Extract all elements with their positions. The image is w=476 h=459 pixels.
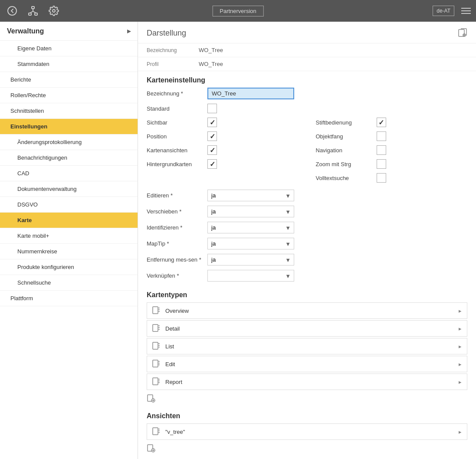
sidebar-item-produkte-konfigurieren[interactable]: Produkte konfigurieren: [0, 259, 138, 275]
svg-rect-25: [153, 360, 158, 367]
back-button[interactable]: [5, 4, 19, 18]
entfernung-select[interactable]: janein: [207, 254, 294, 266]
kartentyp-detail-icon: [152, 324, 160, 333]
sichtbar-checkbox[interactable]: [207, 118, 217, 127]
sidebar-item-berichte[interactable]: Berichte: [0, 72, 138, 88]
verschieben-row: Verschieben * janein ▼: [147, 206, 467, 217]
sidebar-title: Verwaltung: [7, 27, 44, 35]
kartentyp-edit[interactable]: Edit ▸: [147, 356, 467, 372]
darstellung-title: Darstellung: [147, 29, 186, 38]
form-grid: Bezeichnung * Standard: [138, 88, 476, 113]
sidebar-item-nummernkreise[interactable]: Nummernkreise: [0, 244, 138, 259]
kartentyp-add-button[interactable]: [147, 391, 467, 405]
network-icon[interactable]: [26, 4, 40, 18]
sidebar-item-schnellsuche[interactable]: Schnellsuche: [0, 275, 138, 291]
sichtbar-row: Sichtbar: [147, 118, 299, 127]
kartentyp-list-arrow: ▸: [459, 343, 462, 350]
ansicht-v-tree-icon: [152, 427, 160, 436]
zoom-label: Zoom mit Strg: [316, 161, 377, 167]
sidebar-item-karte[interactable]: Karte: [0, 213, 138, 228]
sidebar-item-plattform[interactable]: Plattform: [0, 291, 138, 306]
sidebar-expand-arrow[interactable]: ▸: [127, 27, 131, 35]
kartentyp-list[interactable]: List ▸: [147, 338, 467, 354]
hintergrundkarten-label: Hintergrundkarten: [147, 161, 207, 167]
darstellung-profil-value: WO_Tree: [199, 61, 223, 67]
ansicht-v-tree[interactable]: "v_tree" ▸: [147, 423, 467, 440]
menu-icon[interactable]: [461, 8, 471, 14]
volltextsuche-checkbox[interactable]: [377, 173, 386, 183]
sidebar-item-dsgvo[interactable]: DSGVO: [0, 197, 138, 213]
kartentyp-report[interactable]: Report ▸: [147, 374, 467, 390]
sidebar-item-rollen-rechte[interactable]: Rollen/Rechte: [0, 88, 138, 103]
layout: Verwaltung ▸ Eigene Daten Stammdaten Ber…: [0, 22, 476, 459]
zoom-checkbox[interactable]: [377, 159, 386, 169]
partner-button[interactable]: Partnerversion: [212, 6, 264, 16]
sidebar: Verwaltung ▸ Eigene Daten Stammdaten Ber…: [0, 22, 138, 459]
objektfang-label: Objektfang: [316, 133, 377, 140]
svg-rect-29: [153, 378, 158, 385]
darstellung-bezeichnung-value: WO_Tree: [199, 47, 223, 53]
sidebar-item-einstellungen[interactable]: Einstellungen: [0, 119, 138, 134]
kartentyp-overview-icon: [152, 306, 160, 315]
stiftbedienung-label: Stiftbedienung: [316, 119, 377, 126]
svg-rect-37: [153, 428, 158, 435]
position-checkbox[interactable]: [207, 131, 217, 141]
sidebar-item-eigene-daten[interactable]: Eigene Daten: [0, 41, 138, 56]
maptip-select[interactable]: janein: [207, 238, 294, 249]
verknuepfen-row: Verknüpfen * janein ▼: [147, 270, 467, 282]
standard-label: Standard: [147, 105, 207, 112]
main-content: Darstellung Bezeichnung WO_Tree Profil W…: [138, 22, 476, 459]
ansicht-v-tree-label: "v_tree": [165, 429, 459, 435]
standard-checkbox[interactable]: [207, 104, 217, 113]
sidebar-item-dokumentenverwaltung[interactable]: Dokumentenverwaltung: [0, 181, 138, 197]
objektfang-checkbox[interactable]: [377, 131, 386, 141]
sidebar-item-benachrichtigungen[interactable]: Benachrichtigungen: [0, 150, 138, 166]
identifizieren-select[interactable]: janein: [207, 222, 294, 233]
sidebar-item-karte-mobil[interactable]: Karte mobil+: [0, 228, 138, 244]
bezeichnung-input[interactable]: [207, 88, 294, 99]
verschieben-label: Verschieben *: [147, 208, 207, 215]
checkbox-cols: Sichtbar Position Kartenansichten Hinter…: [138, 118, 476, 187]
svg-rect-21: [153, 342, 158, 349]
checkbox-col-right: Stiftbedienung Objektfang Navigation Zoo…: [316, 118, 468, 187]
kartentyp-overview-arrow: ▸: [459, 308, 462, 314]
navbar: Partnerversion de-AT: [0, 0, 476, 22]
navigation-checkbox[interactable]: [377, 145, 386, 155]
kartenansichten-checkbox[interactable]: [207, 145, 217, 155]
settings-icon[interactable]: [47, 4, 61, 18]
bezeichnung-label: Bezeichnung *: [147, 90, 207, 97]
identifizieren-select-wrapper: janein ▼: [207, 222, 294, 233]
svg-rect-3: [35, 13, 37, 15]
stiftbedienung-checkbox[interactable]: [377, 118, 386, 127]
kartentyp-report-label: Report: [165, 379, 459, 385]
svg-point-7: [53, 10, 55, 12]
entfernung-label: Entfernung mes-sen *: [147, 256, 207, 263]
hintergrundkarten-checkbox[interactable]: [207, 159, 217, 169]
editieren-select[interactable]: janein: [207, 190, 294, 201]
navbar-right: de-AT: [433, 6, 471, 16]
darstellung-profil-label: Profil: [147, 61, 199, 67]
kartentyp-edit-label: Edit: [165, 361, 459, 367]
sidebar-item-cad[interactable]: CAD: [0, 166, 138, 181]
darstellung-copy-icon[interactable]: [458, 28, 467, 39]
sidebar-item-schnittstellen[interactable]: Schnittstellen: [0, 103, 138, 119]
svg-rect-2: [29, 13, 31, 15]
navigation-row: Navigation: [316, 145, 468, 155]
verknuepfen-select[interactable]: janein: [207, 270, 294, 282]
ansicht-add-button[interactable]: [147, 441, 467, 455]
verknuepfen-label: Verknüpfen *: [147, 272, 207, 279]
kartentyp-detail[interactable]: Detail ▸: [147, 320, 467, 337]
verschieben-select[interactable]: janein: [207, 206, 294, 217]
language-button[interactable]: de-AT: [433, 6, 454, 16]
darstellung-bezeichnung-row: Bezeichnung WO_Tree: [138, 43, 476, 57]
sidebar-item-aenderungsprotokollierung[interactable]: Änderungsprotokollierung: [0, 134, 138, 150]
sidebar-item-stammdaten[interactable]: Stammdaten: [0, 56, 138, 72]
identifizieren-label: Identifizieren *: [147, 224, 207, 231]
svg-rect-1: [32, 7, 34, 9]
kartentyp-overview[interactable]: Overview ▸: [147, 302, 467, 319]
svg-line-5: [30, 11, 33, 13]
ansichten-section: "v_tree" ▸: [138, 423, 476, 455]
kartentyp-edit-icon: [152, 360, 160, 368]
volltextsuche-row: Volltextsuche: [316, 173, 468, 183]
checkbox-col-left: Sichtbar Position Kartenansichten Hinter…: [147, 118, 299, 187]
